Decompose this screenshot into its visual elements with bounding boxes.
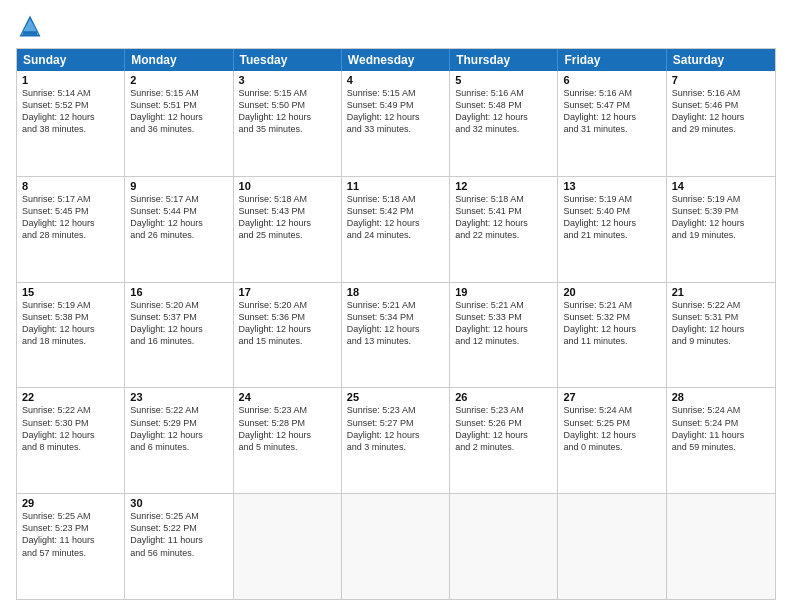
table-row: 14Sunrise: 5:19 AM Sunset: 5:39 PM Dayli… xyxy=(667,177,775,282)
table-row: 11Sunrise: 5:18 AM Sunset: 5:42 PM Dayli… xyxy=(342,177,450,282)
table-row: 13Sunrise: 5:19 AM Sunset: 5:40 PM Dayli… xyxy=(558,177,666,282)
table-row: 15Sunrise: 5:19 AM Sunset: 5:38 PM Dayli… xyxy=(17,283,125,388)
calendar: SundayMondayTuesdayWednesdayThursdayFrid… xyxy=(16,48,776,600)
table-row: 1Sunrise: 5:14 AM Sunset: 5:52 PM Daylig… xyxy=(17,71,125,176)
table-row: 9Sunrise: 5:17 AM Sunset: 5:44 PM Daylig… xyxy=(125,177,233,282)
table-row: 16Sunrise: 5:20 AM Sunset: 5:37 PM Dayli… xyxy=(125,283,233,388)
table-row: 2Sunrise: 5:15 AM Sunset: 5:51 PM Daylig… xyxy=(125,71,233,176)
table-row: 30Sunrise: 5:25 AM Sunset: 5:22 PM Dayli… xyxy=(125,494,233,599)
day-header-sunday: Sunday xyxy=(17,49,125,71)
table-row: 3Sunrise: 5:15 AM Sunset: 5:50 PM Daylig… xyxy=(234,71,342,176)
day-header-tuesday: Tuesday xyxy=(234,49,342,71)
logo xyxy=(16,12,48,40)
calendar-body: 1Sunrise: 5:14 AM Sunset: 5:52 PM Daylig… xyxy=(17,71,775,599)
table-row xyxy=(234,494,342,599)
table-row: 12Sunrise: 5:18 AM Sunset: 5:41 PM Dayli… xyxy=(450,177,558,282)
table-row: 27Sunrise: 5:24 AM Sunset: 5:25 PM Dayli… xyxy=(558,388,666,493)
table-row: 20Sunrise: 5:21 AM Sunset: 5:32 PM Dayli… xyxy=(558,283,666,388)
table-row: 4Sunrise: 5:15 AM Sunset: 5:49 PM Daylig… xyxy=(342,71,450,176)
calendar-week-2: 15Sunrise: 5:19 AM Sunset: 5:38 PM Dayli… xyxy=(17,283,775,389)
table-row xyxy=(450,494,558,599)
day-header-wednesday: Wednesday xyxy=(342,49,450,71)
table-row: 26Sunrise: 5:23 AM Sunset: 5:26 PM Dayli… xyxy=(450,388,558,493)
table-row xyxy=(667,494,775,599)
table-row: 8Sunrise: 5:17 AM Sunset: 5:45 PM Daylig… xyxy=(17,177,125,282)
day-header-thursday: Thursday xyxy=(450,49,558,71)
header xyxy=(16,12,776,40)
table-row: 17Sunrise: 5:20 AM Sunset: 5:36 PM Dayli… xyxy=(234,283,342,388)
table-row xyxy=(342,494,450,599)
day-header-monday: Monday xyxy=(125,49,233,71)
table-row: 6Sunrise: 5:16 AM Sunset: 5:47 PM Daylig… xyxy=(558,71,666,176)
calendar-week-3: 22Sunrise: 5:22 AM Sunset: 5:30 PM Dayli… xyxy=(17,388,775,494)
calendar-week-1: 8Sunrise: 5:17 AM Sunset: 5:45 PM Daylig… xyxy=(17,177,775,283)
table-row: 22Sunrise: 5:22 AM Sunset: 5:30 PM Dayli… xyxy=(17,388,125,493)
table-row: 18Sunrise: 5:21 AM Sunset: 5:34 PM Dayli… xyxy=(342,283,450,388)
calendar-week-0: 1Sunrise: 5:14 AM Sunset: 5:52 PM Daylig… xyxy=(17,71,775,177)
table-row: 21Sunrise: 5:22 AM Sunset: 5:31 PM Dayli… xyxy=(667,283,775,388)
table-row: 5Sunrise: 5:16 AM Sunset: 5:48 PM Daylig… xyxy=(450,71,558,176)
day-header-saturday: Saturday xyxy=(667,49,775,71)
table-row xyxy=(558,494,666,599)
calendar-header: SundayMondayTuesdayWednesdayThursdayFrid… xyxy=(17,49,775,71)
svg-rect-2 xyxy=(23,31,37,35)
calendar-week-4: 29Sunrise: 5:25 AM Sunset: 5:23 PM Dayli… xyxy=(17,494,775,599)
table-row: 7Sunrise: 5:16 AM Sunset: 5:46 PM Daylig… xyxy=(667,71,775,176)
logo-icon xyxy=(16,12,44,40)
table-row: 28Sunrise: 5:24 AM Sunset: 5:24 PM Dayli… xyxy=(667,388,775,493)
table-row: 29Sunrise: 5:25 AM Sunset: 5:23 PM Dayli… xyxy=(17,494,125,599)
table-row: 19Sunrise: 5:21 AM Sunset: 5:33 PM Dayli… xyxy=(450,283,558,388)
table-row: 24Sunrise: 5:23 AM Sunset: 5:28 PM Dayli… xyxy=(234,388,342,493)
table-row: 10Sunrise: 5:18 AM Sunset: 5:43 PM Dayli… xyxy=(234,177,342,282)
table-row: 23Sunrise: 5:22 AM Sunset: 5:29 PM Dayli… xyxy=(125,388,233,493)
day-header-friday: Friday xyxy=(558,49,666,71)
table-row: 25Sunrise: 5:23 AM Sunset: 5:27 PM Dayli… xyxy=(342,388,450,493)
page: SundayMondayTuesdayWednesdayThursdayFrid… xyxy=(0,0,792,612)
